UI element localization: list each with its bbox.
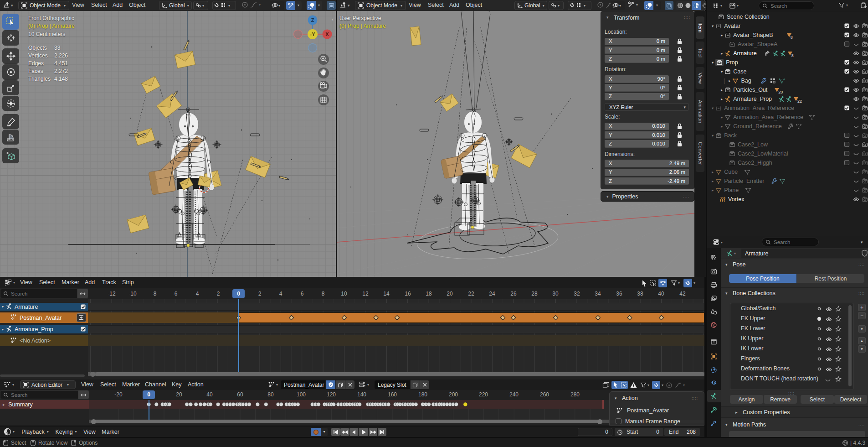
svg-text:-Y: -Y [310, 31, 316, 37]
svg-text:X: X [325, 31, 329, 37]
svg-text:Z: Z [311, 17, 314, 23]
svg-text:‹: ‹ [332, 16, 334, 22]
